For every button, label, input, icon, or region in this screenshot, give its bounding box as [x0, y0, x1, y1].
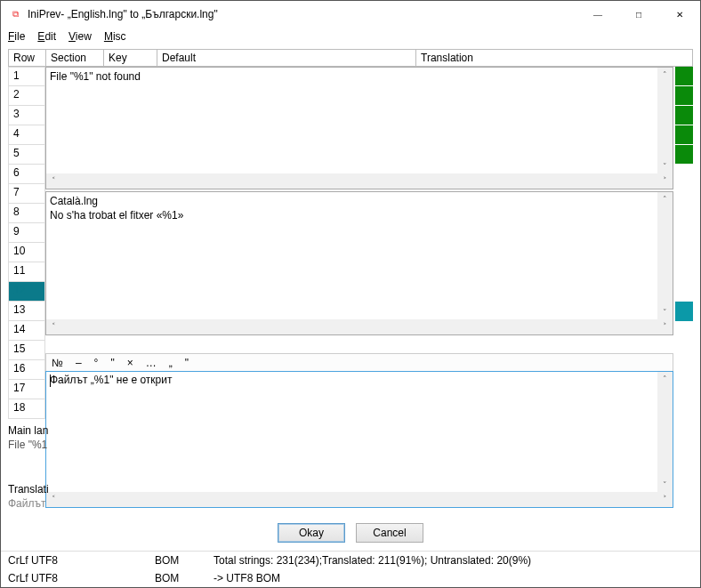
scroll-down-icon[interactable]: ˅ [657, 478, 673, 493]
insert-endash[interactable]: – [76, 357, 82, 369]
insert-dquote[interactable]: " [110, 357, 114, 369]
insert-lowquote[interactable]: „ [169, 357, 173, 369]
col-key[interactable]: Key [103, 49, 157, 67]
hscrollbar[interactable]: ˂ ˃ [46, 492, 673, 507]
status-cell [675, 125, 693, 145]
scroll-right-icon[interactable]: ˃ [657, 492, 673, 507]
row-num[interactable]: 5 [8, 145, 45, 165]
reference-text[interactable]: Català.lng No s'ha trobat el fitxer «%1» [46, 192, 673, 224]
cancel-button[interactable]: Cancel [356, 523, 423, 543]
vscrollbar[interactable]: ˄ ˅ [657, 372, 673, 493]
reference-panel: Català.lng No s'ha trobat el fitxer «%1»… [45, 191, 673, 335]
app-icon: ⧉ [8, 7, 22, 21]
row-num[interactable]: 9 [8, 223, 45, 243]
row-num[interactable]: 10 [8, 243, 45, 262]
row-num[interactable]: 11 [8, 262, 45, 282]
scroll-right-icon[interactable]: ˃ [657, 173, 673, 189]
main-language-preview: File "%1 [8, 439, 47, 451]
scroll-right-icon[interactable]: ˃ [657, 319, 673, 334]
col-row[interactable]: Row [8, 49, 45, 67]
scroll-up-icon[interactable]: ˄ [657, 192, 673, 207]
encoding-source: CrLf UTF8 [8, 554, 155, 567]
row-num[interactable]: 1 [8, 67, 45, 86]
scroll-left-icon[interactable]: ˂ [46, 319, 61, 334]
col-default[interactable]: Default [157, 49, 415, 67]
hscrollbar[interactable]: ˂ ˃ [46, 319, 673, 334]
encoding-target: CrLf UTF8 [8, 572, 155, 584]
menu-view[interactable]: View [68, 30, 92, 43]
translation-text: Файлът „%1" не е открит [50, 374, 172, 386]
scroll-up-icon[interactable]: ˄ [657, 68, 673, 83]
status-cell [675, 145, 693, 165]
insert-toolbar: № – ° " × … „ " [45, 353, 673, 371]
row-num[interactable]: 7 [8, 184, 45, 204]
source-text-panel: File "%1" not found ˄ ˅ ˂ ˃ [45, 67, 673, 189]
col-translation[interactable]: Translation [415, 49, 693, 67]
row-num[interactable]: 13 [8, 302, 45, 321]
reference-line: No s'ha trobat el fitxer «%1» [50, 208, 669, 222]
col-section[interactable]: Section [45, 49, 103, 67]
row-num[interactable]: 16 [8, 360, 45, 380]
minimize-button[interactable]: — [577, 1, 618, 28]
reference-filename: Català.lng [50, 194, 669, 208]
scroll-left-icon[interactable]: ˂ [46, 173, 61, 189]
row-num[interactable]: 3 [8, 106, 45, 125]
insert-times[interactable]: × [127, 357, 133, 369]
status-cell [675, 67, 693, 86]
bom-target: BOM [155, 572, 214, 584]
menu-file[interactable]: File [8, 30, 25, 43]
status-strip [675, 67, 693, 165]
close-button[interactable]: ✕ [659, 1, 700, 28]
translation-editor[interactable]: Файлът „%1" не е открит ˄ ˅ ˂ ˃ [45, 371, 673, 508]
vscrollbar[interactable]: ˄ ˅ [657, 192, 673, 320]
row-num[interactable]: 15 [8, 341, 45, 360]
content-area: Row Section Key Default Translation 1 2 … [1, 45, 700, 515]
status-bar-row2: CrLf UTF8 BOM -> UTF8 BOM [1, 569, 700, 587]
insert-degree[interactable]: ° [94, 357, 99, 369]
translation-label: Translati [8, 483, 49, 495]
insert-ellipsis[interactable]: … [146, 357, 157, 369]
source-text[interactable]: File "%1" not found [46, 68, 673, 85]
menu-edit[interactable]: Edit [37, 30, 56, 43]
status-cell [675, 106, 693, 125]
maximize-button[interactable]: □ [618, 1, 659, 28]
status-bar-row1: CrLf UTF8 BOM Total strings: 231(234);Tr… [1, 551, 700, 569]
window-title: IniPrev- „English.lng" to „Български.lng… [28, 8, 577, 20]
dialog-buttons: Okay Cancel [1, 515, 700, 551]
row-num[interactable]: 8 [8, 204, 45, 223]
column-headers: Row Section Key Default Translation [8, 49, 693, 67]
main-language-label: Main lan [8, 424, 48, 437]
save-encoding: -> UTF8 BOM [214, 572, 693, 584]
scroll-down-icon[interactable]: ˅ [657, 159, 673, 174]
selected-row-mark [675, 302, 693, 321]
insert-closequote[interactable]: " [185, 357, 189, 369]
row-num[interactable]: 17 [8, 380, 45, 399]
menu-misc[interactable]: Misc [104, 30, 126, 43]
hscrollbar[interactable]: ˂ ˃ [46, 173, 673, 189]
vscrollbar[interactable]: ˄ ˅ [657, 68, 673, 174]
bom-source: BOM [155, 554, 214, 567]
row-number-strip: 1 2 3 4 5 6 7 8 9 10 11 12 13 14 15 16 1… [8, 67, 45, 419]
ok-button[interactable]: Okay [278, 523, 345, 543]
menu-bar: File Edit View Misc [1, 28, 700, 45]
row-num[interactable]: 18 [8, 399, 45, 419]
translation-preview: Файлът [8, 497, 46, 510]
row-num[interactable]: 6 [8, 165, 45, 184]
insert-numero[interactable]: № [52, 357, 63, 369]
scroll-up-icon[interactable]: ˄ [657, 372, 673, 387]
row-num[interactable]: 2 [8, 86, 45, 106]
stats-text: Total strings: 231(234);Translated: 211(… [214, 554, 693, 567]
title-bar: ⧉ IniPrev- „English.lng" to „Български.l… [1, 1, 700, 28]
row-num[interactable]: 4 [8, 125, 45, 145]
status-cell [675, 86, 693, 106]
row-num-selected[interactable]: 12 [8, 282, 45, 302]
row-num[interactable]: 14 [8, 321, 45, 341]
scroll-down-icon[interactable]: ˅ [657, 305, 673, 320]
